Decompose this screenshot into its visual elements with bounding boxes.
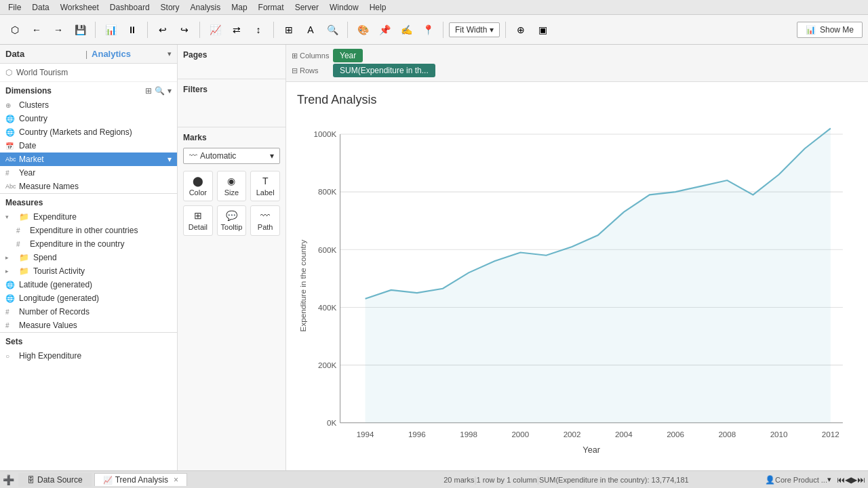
date-icon: 📅 — [5, 142, 15, 150]
dimensions-header: Dimensions ⊞ 🔍 ▾ — [0, 82, 177, 98]
svg-text:Expenditure in the country: Expenditure in the country — [298, 239, 307, 331]
menu-worksheet[interactable]: Worksheet — [55, 1, 104, 14]
toolbar-pause[interactable]: ⏸ — [123, 20, 142, 39]
dim-year[interactable]: # Year — [0, 166, 177, 180]
toolbar-group[interactable]: ⊞ — [279, 20, 298, 39]
user-dropdown[interactable]: ▾ — [827, 475, 831, 484]
measure-tourist[interactable]: ▸ 📁 Tourist Activity — [0, 264, 177, 278]
sets-title: Sets — [5, 337, 172, 346]
toolbar-fix[interactable]: ⊕ — [511, 20, 530, 39]
show-me-icon: 📊 — [806, 25, 816, 35]
toolbar-back[interactable]: ← — [27, 20, 46, 39]
tab-close-icon[interactable]: × — [174, 475, 178, 485]
nav-last-icon[interactable]: ⏭ — [857, 475, 865, 485]
menu-data[interactable]: Data — [26, 1, 54, 14]
rows-pill[interactable]: SUM(Expenditure in th... — [333, 64, 435, 77]
marks-type-label: Automatic — [200, 151, 267, 161]
nav-first-icon[interactable]: ⏮ — [837, 475, 845, 485]
dimensions-grid-icon[interactable]: ⊞ — [145, 86, 152, 96]
measure-exp-country[interactable]: # Expenditure in the country — [0, 237, 177, 251]
data-tab[interactable]: Data — [5, 49, 81, 59]
toolbar-label[interactable]: A — [301, 20, 320, 39]
menu-dashboard[interactable]: Dashboard — [104, 1, 155, 14]
tourist-folder-icon: 📁 — [19, 266, 29, 276]
marks-path-btn[interactable]: 〰 Path — [250, 205, 280, 236]
tab-trend-analysis[interactable]: 📈 Trend Analysis × — [94, 473, 187, 486]
country-geo-icon: 🌐 — [5, 115, 15, 123]
menu-analysis[interactable]: Analysis — [185, 1, 226, 14]
marks-size-btn[interactable]: ◉ Size — [217, 171, 247, 201]
expenditure-expand-icon: ▾ — [5, 214, 15, 220]
svg-text:200K: 200K — [318, 361, 336, 369]
cluster-icon: ⊕ — [5, 102, 15, 109]
menu-window[interactable]: Window — [324, 1, 364, 14]
columns-pill[interactable]: Year — [333, 49, 363, 62]
nav-next-icon[interactable]: ▶ — [851, 475, 857, 485]
dim-market[interactable]: Abc Market ▾ — [0, 152, 177, 166]
measure-exp-other[interactable]: # Expenditure in other countries — [0, 224, 177, 237]
toolbar-new-datasource[interactable]: 📊 — [101, 20, 120, 39]
menu-server[interactable]: Server — [290, 1, 324, 14]
middle-panel: Pages Filters Marks 〰 Automatic ▾ ⬤ Colo… — [178, 45, 286, 470]
marks-detail-btn[interactable]: ⊞ Detail — [183, 205, 213, 236]
menu-story[interactable]: Story — [155, 1, 185, 14]
measure-expenditure[interactable]: ▾ 📁 Expenditure — [0, 210, 177, 224]
set-high-expenditure-label: High Expenditure — [19, 351, 81, 361]
dim-clusters-label: Clusters — [19, 100, 49, 110]
marks-color-btn[interactable]: ⬤ Color — [183, 171, 213, 201]
toolbar-undo[interactable]: ↩ — [153, 20, 172, 39]
dim-clusters[interactable]: ⊕ Clusters — [0, 98, 177, 112]
dim-date[interactable]: 📅 Date — [0, 139, 177, 152]
toolbar-redo[interactable]: ↪ — [175, 20, 194, 39]
toolbar-color[interactable]: 🎨 — [353, 20, 372, 39]
marks-tooltip-btn[interactable]: 💬 Tooltip — [217, 205, 247, 236]
toolbar-swap[interactable]: ⇄ — [227, 20, 246, 39]
dim-measure-names-label: Measure Names — [19, 182, 79, 191]
panel-dropdown-arrow[interactable]: ▾ — [167, 49, 172, 58]
nav-prev-icon[interactable]: ◀ — [845, 475, 851, 485]
dim-country[interactable]: 🌐 Country — [0, 112, 177, 125]
marks-path-label: Path — [258, 223, 273, 231]
measure-latitude[interactable]: 🌐 Latitude (generated) — [0, 278, 177, 291]
menu-help[interactable]: Help — [364, 1, 392, 14]
toolbar-chart-type[interactable]: 📈 — [205, 20, 224, 39]
tab-data-source[interactable]: 🗄 Data Source — [18, 473, 92, 487]
rows-shelf-row: ⊟ Rows SUM(Expenditure in th... — [292, 64, 863, 77]
show-me-button[interactable]: 📊 Show Me — [797, 22, 863, 38]
measure-spend[interactable]: ▸ 📁 Spend — [0, 251, 177, 264]
menu-file[interactable]: File — [3, 1, 26, 14]
fit-width-dropdown[interactable]: Fit Width ▾ — [449, 22, 500, 37]
measure-values[interactable]: # Measure Values — [0, 319, 177, 332]
measure-records[interactable]: # Number of Records — [0, 305, 177, 319]
toolbar-highlight[interactable]: 🔍 — [323, 20, 342, 39]
toolbar-forward[interactable]: → — [49, 20, 68, 39]
menu-map[interactable]: Map — [226, 1, 252, 14]
dimensions-search-icon[interactable]: 🔍 — [155, 86, 165, 96]
tab-data-source-label: Data Source — [37, 475, 83, 485]
toolbar-sep-7 — [505, 22, 506, 38]
toolbar-pin2[interactable]: 📍 — [418, 20, 437, 39]
toolbar-present[interactable]: ▣ — [533, 20, 552, 39]
columns-label: Columns — [300, 52, 329, 60]
shelf-area: ⊞ Columns Year ⊟ Rows SUM(Expenditure in… — [286, 45, 868, 82]
svg-text:Year: Year — [583, 445, 600, 455]
set-high-expenditure[interactable]: ○ High Expenditure — [0, 349, 177, 363]
marks-label-btn[interactable]: T Label — [250, 171, 280, 201]
size-icon: ◉ — [227, 176, 235, 186]
user-icon: 👤 — [765, 475, 775, 485]
toolbar-save[interactable]: 💾 — [71, 20, 90, 39]
toolbar-pin[interactable]: 📌 — [375, 20, 394, 39]
columns-shelf-row: ⊞ Columns Year — [292, 49, 863, 62]
dim-measure-names[interactable]: Abc Measure Names — [0, 180, 177, 193]
data-source-entry[interactable]: ⬡ World Tourism — [0, 64, 177, 82]
dimensions-more-icon[interactable]: ▾ — [167, 86, 172, 96]
analytics-tab[interactable]: Analytics — [92, 49, 167, 59]
marks-type-dropdown[interactable]: 〰 Automatic ▾ — [183, 148, 280, 164]
menu-format[interactable]: Format — [253, 1, 290, 14]
measure-longitude[interactable]: 🌐 Longitude (generated) — [0, 291, 177, 305]
toolbar-nav-undo[interactable]: ⬡ — [5, 20, 24, 39]
new-sheet-icon[interactable]: ➕ — [3, 474, 14, 485]
toolbar-annotate[interactable]: ✍ — [397, 20, 416, 39]
toolbar-sort[interactable]: ↕ — [249, 20, 268, 39]
dim-country-markets[interactable]: 🌐 Country (Markets and Regions) — [0, 125, 177, 139]
